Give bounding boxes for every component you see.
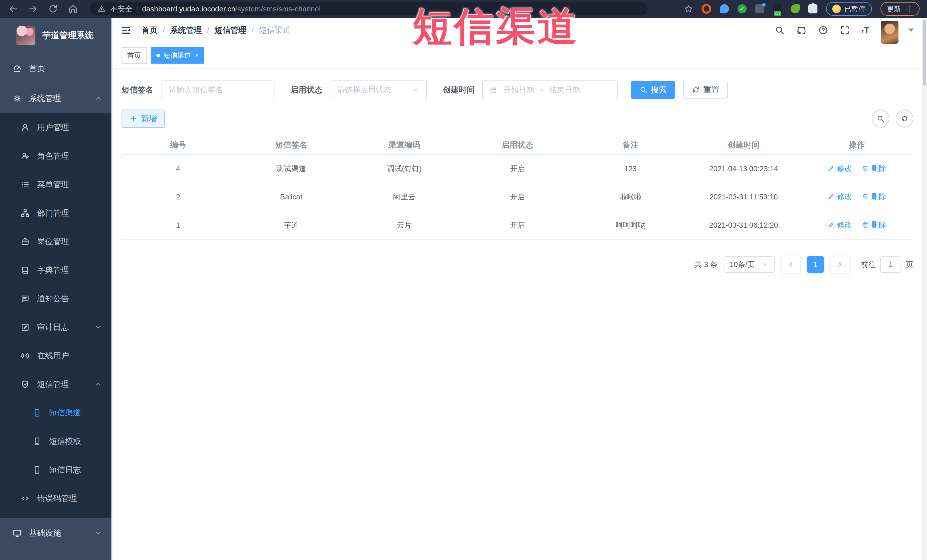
book-icon [21, 266, 30, 275]
breadcrumb-separator: / [252, 26, 254, 35]
table-cell: 2021-03-31 11:53:10 [687, 183, 800, 211]
paused-label: 已暂停 [844, 4, 866, 14]
browser-menu-dots-icon: ⋮ [906, 5, 913, 14]
add-button[interactable]: 新增 [122, 109, 165, 128]
sidebar-item-online-users[interactable]: 在线用户 [0, 341, 112, 370]
table-cell: 2021-03-31 06:12:20 [687, 211, 800, 239]
refresh-icon [900, 115, 909, 123]
sidebar-fold-button[interactable] [120, 24, 132, 36]
sidebar-item-sms-template[interactable]: 短信模板 [0, 427, 112, 455]
sidebar-item-dict-management[interactable]: 字典管理 [0, 256, 112, 284]
next-page-button[interactable] [830, 256, 850, 273]
toolbar-right [872, 110, 913, 127]
table-row: 4 测试渠道 调试(钉钉) 开启 123 2021-04-13 00:23:14… [122, 155, 913, 183]
sidebar-item-error-code[interactable]: 错误码管理 [0, 484, 112, 513]
breadcrumb-current: 短信渠道 [259, 25, 291, 36]
modify-link[interactable]: 修改 [827, 164, 852, 173]
pagination: 共 3 条 10条/页 1 前往 页 [122, 256, 913, 285]
sidebar-item-post-management[interactable]: 岗位管理 [0, 228, 112, 256]
help-icon[interactable] [818, 25, 828, 35]
fullscreen-icon[interactable] [840, 25, 850, 35]
search-icon[interactable] [775, 25, 785, 35]
update-label: 更新 [887, 4, 901, 14]
goto-page-input[interactable] [880, 256, 901, 273]
sidebar-item-sms-management[interactable]: 短信管理 [0, 370, 112, 399]
breadcrumb-separator: / [163, 26, 165, 35]
extension-icon-drop[interactable] [720, 4, 729, 14]
col-channel-code: 渠道编码 [348, 136, 461, 155]
phone-icon [32, 408, 42, 417]
back-icon[interactable] [8, 4, 18, 14]
app-logo-row[interactable]: 芋道管理系统 [0, 18, 112, 53]
extension-icon-orange[interactable] [702, 4, 711, 14]
github-icon[interactable] [796, 25, 807, 35]
sidebar-item-user-management[interactable]: 用户管理 [0, 113, 112, 142]
total-count: 共 3 条 [694, 260, 717, 270]
prev-page-button[interactable] [781, 256, 801, 273]
reset-button[interactable]: 重置 [683, 81, 728, 99]
modify-link[interactable]: 修改 [827, 192, 852, 202]
sidebar-item-sms-channel[interactable]: 短信渠道 [0, 399, 112, 427]
table-cell: 4 [122, 155, 234, 183]
page-content: 短信签名 启用状态 请选择启用状态 创建时间 开始日期 - 结束日期 [112, 68, 922, 285]
toggle-search-button[interactable] [872, 110, 889, 127]
signature-input[interactable] [168, 85, 267, 95]
bookmark-star-icon[interactable] [684, 4, 693, 14]
reload-icon[interactable] [48, 4, 58, 14]
search-button[interactable]: 搜索 [631, 81, 675, 99]
extension-icon-check[interactable]: ✓ [737, 4, 747, 14]
extension-icon-grid[interactable] [755, 4, 764, 14]
scrollbar-thumb[interactable] [923, 20, 926, 86]
table-row: 1 芋道 云片 开启 呵呵呵哒 2021-03-31 06:12:20 修改删除 [122, 211, 913, 239]
extensions-puzzle-icon[interactable] [808, 4, 818, 14]
sidebar-item-system-management[interactable]: 系统管理 [0, 83, 112, 113]
trash-icon [862, 165, 869, 172]
sidebar-item-dept-management[interactable]: 部门管理 [0, 199, 112, 228]
page-size-select[interactable]: 10条/页 [724, 256, 775, 273]
search-icon [877, 115, 884, 123]
table-cell: 呵呵呵哒 [574, 211, 687, 239]
sidebar-item-role-management[interactable]: 角色管理 [0, 142, 112, 170]
sidebar-item-infrastructure[interactable]: 基础设施 [0, 518, 112, 548]
list-icon [21, 180, 30, 189]
date-range-picker[interactable]: 开始日期 - 结束日期 [482, 80, 618, 99]
app-title: 芋道管理系统 [42, 30, 94, 41]
table-cell: 芋道 [234, 211, 348, 239]
delete-link[interactable]: 删除 [862, 164, 886, 173]
sidebar-item-audit-log[interactable]: 审计日志 [0, 313, 112, 341]
extension-icon-on-badge[interactable] [773, 4, 782, 14]
sms-channel-table: 编号 短信签名 渠道编码 启用状态 备注 创建时间 操作 4 测试渠道 调试(钉… [122, 136, 913, 240]
warning-icon [97, 5, 106, 13]
goto-label: 前往 [861, 260, 875, 270]
breadcrumb-sms[interactable]: 短信管理 [214, 25, 246, 36]
sidebar-item-home[interactable]: 首页 [0, 53, 112, 83]
modify-link[interactable]: 修改 [827, 220, 852, 230]
create-time-label: 创建时间 [443, 85, 475, 95]
page-scrollbar[interactable] [922, 18, 927, 560]
font-size-icon[interactable]: ᴛT [862, 26, 869, 35]
home-icon[interactable] [68, 4, 78, 14]
tag-sms-channel[interactable]: 短信渠道 × [150, 47, 204, 64]
table-cell-actions: 修改删除 [800, 211, 913, 239]
forward-icon[interactable] [28, 4, 38, 14]
sidebar-item-menu-management[interactable]: 菜单管理 [0, 170, 112, 199]
breadcrumb-home[interactable]: 首页 [141, 25, 158, 36]
user-avatar[interactable] [881, 21, 898, 44]
address-bar[interactable]: 不安全 dashboard.yudao.iocoder.cn/system/sm… [90, 2, 648, 15]
browser-update-button[interactable]: 更新 ⋮ [880, 2, 919, 16]
page-number-1[interactable]: 1 [807, 256, 824, 273]
status-select[interactable]: 请选择启用状态 [330, 80, 427, 99]
delete-link[interactable]: 删除 [862, 192, 886, 202]
profile-paused-chip[interactable]: 已暂停 [826, 2, 872, 16]
close-icon[interactable]: × [195, 52, 199, 58]
extension-icon-leaf[interactable] [790, 4, 800, 14]
avatar-caret-icon[interactable] [908, 29, 914, 32]
url-path: /system/sms/sms-channel [236, 5, 321, 13]
refresh-table-button[interactable] [896, 110, 913, 127]
sidebar-item-notice[interactable]: 通知公告 [0, 284, 112, 313]
chevron-up-icon [94, 94, 102, 102]
sidebar-item-sms-log[interactable]: 短信日志 [0, 455, 112, 484]
tag-home[interactable]: 首页 [122, 47, 147, 64]
breadcrumb-system[interactable]: 系统管理 [170, 25, 202, 36]
delete-link[interactable]: 删除 [862, 220, 886, 230]
